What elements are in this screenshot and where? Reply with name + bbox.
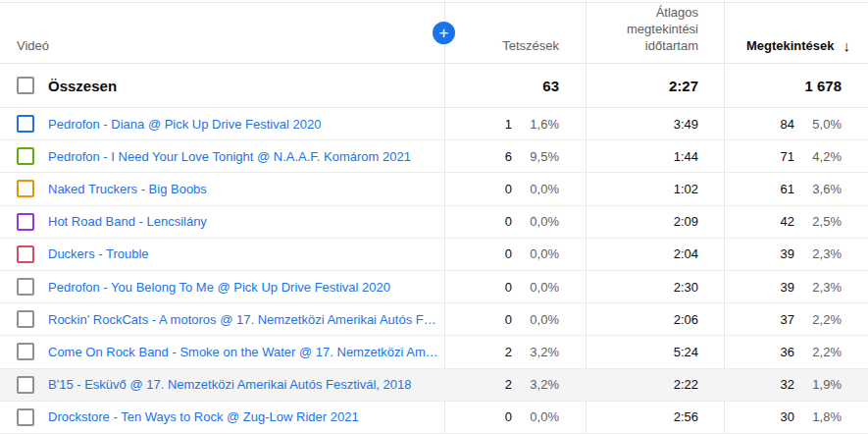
views-percent: 2,5% <box>794 214 842 229</box>
views-percent: 5,0% <box>794 117 842 132</box>
table-row: Drockstore - Ten Ways to Rock @ Zug-Low … <box>0 402 868 434</box>
table-row: Naked Truckers - Big Boobs 0 0,0% 1:02 6… <box>0 173 868 205</box>
row-checkbox[interactable] <box>17 343 34 360</box>
totals-likes-value: 63 <box>542 78 559 94</box>
likes-percent: 3,2% <box>512 377 559 392</box>
avg-duration-value: 1:02 <box>674 182 698 196</box>
avg-duration-value: 2:22 <box>674 377 698 392</box>
video-title-link[interactable]: Pedrofon - I Need Your Love Tonight @ N.… <box>48 149 411 164</box>
likes-value: 0 <box>505 214 512 229</box>
table-row: Pedrofon - I Need Your Love Tonight @ N.… <box>0 140 868 173</box>
views-value: 42 <box>781 214 794 229</box>
likes-value: 1 <box>505 117 512 132</box>
video-title-link[interactable]: Come On Rock Band - Smoke on the Water @… <box>48 345 438 359</box>
table-row: Come On Rock Band - Smoke on the Water @… <box>0 336 868 368</box>
likes-value: 0 <box>505 312 512 327</box>
video-title-link[interactable]: B'15 - Esküvő @ 17. Nemzetközi Amerikai … <box>48 377 411 392</box>
avg-duration-value: 3:49 <box>674 117 698 132</box>
column-header-avg-duration[interactable]: Átlagos megtekintési időtartam <box>586 4 724 63</box>
video-title-link[interactable]: Pedrofon - Diana @ Pick Up Drive Festiva… <box>48 117 321 132</box>
views-value: 32 <box>781 377 794 392</box>
views-value: 39 <box>781 280 794 295</box>
likes-percent: 0,0% <box>512 182 559 196</box>
avg-duration-column-label: Átlagos megtekintési időtartam <box>595 4 698 54</box>
video-rows: Pedrofon - Diana @ Pick Up Drive Festiva… <box>0 108 868 434</box>
table-row: Pedrofon - You Belong To Me @ Pick Up Dr… <box>0 271 868 303</box>
avg-duration-value: 5:24 <box>674 345 698 359</box>
likes-percent: 0,0% <box>512 312 559 327</box>
likes-value: 2 <box>505 377 512 392</box>
avg-duration-value: 2:56 <box>674 409 698 424</box>
views-value: 71 <box>781 149 794 164</box>
views-value: 30 <box>781 409 794 424</box>
column-header-likes[interactable]: Tetszések <box>444 37 586 63</box>
table-row: Pedrofon - Diana @ Pick Up Drive Festiva… <box>0 108 868 140</box>
totals-avg-duration-value: 2:27 <box>669 78 698 94</box>
video-title-link[interactable]: Drockstore - Ten Ways to Rock @ Zug-Low … <box>48 409 359 424</box>
video-title-link[interactable]: Naked Truckers - Big Boobs <box>48 182 207 196</box>
column-header-video[interactable]: Videó <box>0 37 444 63</box>
table-row: Duckers - Trouble 0 0,0% 2:04 39 2,3% <box>0 239 868 271</box>
totals-checkbox[interactable] <box>17 77 34 94</box>
likes-value: 0 <box>505 409 512 424</box>
avg-duration-value: 2:30 <box>674 280 698 295</box>
views-value: 39 <box>781 246 794 261</box>
video-title-link[interactable]: Duckers - Trouble <box>48 246 149 261</box>
table-row: Hot Road Band - Lencsilány 0 0,0% 2:09 4… <box>0 206 868 239</box>
row-checkbox[interactable] <box>17 180 34 197</box>
views-percent: 2,3% <box>794 280 842 295</box>
views-percent: 3,6% <box>794 182 842 196</box>
table-row: Rockin' RockCats - A motoros @ 17. Nemze… <box>0 303 868 336</box>
row-checkbox[interactable] <box>17 310 34 328</box>
row-checkbox[interactable] <box>17 278 34 296</box>
totals-row: Összesen 63 2:27 1 678 <box>0 64 868 108</box>
likes-percent: 1,6% <box>512 117 559 132</box>
likes-percent: 3,2% <box>512 345 559 359</box>
video-title-link[interactable]: Hot Road Band - Lencsilány <box>48 214 207 229</box>
row-checkbox[interactable] <box>17 408 34 426</box>
avg-duration-value: 2:09 <box>674 214 698 229</box>
likes-value: 0 <box>505 182 512 196</box>
views-value: 36 <box>781 345 794 359</box>
likes-value: 0 <box>505 280 512 295</box>
views-value: 61 <box>781 182 794 196</box>
analytics-table: + Videó Tetszések Átlagos megtekintési i… <box>0 0 868 434</box>
sort-descending-icon: ↓ <box>843 37 851 54</box>
row-checkbox[interactable] <box>17 213 34 231</box>
likes-percent: 0,0% <box>512 214 559 229</box>
column-header-views[interactable]: Megtekintések ↓ <box>724 37 868 63</box>
likes-percent: 0,0% <box>512 280 559 295</box>
row-checkbox[interactable] <box>17 245 34 263</box>
avg-duration-value: 1:44 <box>674 149 698 164</box>
views-value: 37 <box>781 312 794 327</box>
video-title-link[interactable]: Rockin' RockCats - A motoros @ 17. Nemze… <box>48 312 438 327</box>
likes-percent: 0,0% <box>512 409 559 424</box>
likes-percent: 0,0% <box>512 246 559 261</box>
views-percent: 1,8% <box>794 409 842 424</box>
totals-label: Összesen <box>48 78 117 94</box>
totals-views-value: 1 678 <box>804 78 842 94</box>
avg-duration-value: 2:04 <box>674 246 698 261</box>
views-value: 84 <box>781 117 794 132</box>
views-column-label: Megtekintések <box>746 37 835 54</box>
views-percent: 4,2% <box>794 149 842 164</box>
add-metric-button[interactable]: + <box>433 22 455 44</box>
table-row: B'15 - Esküvő @ 17. Nemzetközi Amerikai … <box>0 369 868 402</box>
row-checkbox[interactable] <box>17 376 34 394</box>
views-percent: 2,3% <box>794 246 842 261</box>
likes-value: 6 <box>505 149 512 164</box>
likes-value: 0 <box>505 246 512 261</box>
likes-value: 2 <box>505 345 512 359</box>
video-title-link[interactable]: Pedrofon - You Belong To Me @ Pick Up Dr… <box>48 280 390 295</box>
views-percent: 1,9% <box>794 377 842 392</box>
row-checkbox[interactable] <box>17 115 34 133</box>
avg-duration-value: 2:06 <box>674 312 698 327</box>
row-checkbox[interactable] <box>17 147 34 165</box>
likes-column-label: Tetszések <box>502 37 559 54</box>
views-percent: 2,2% <box>794 312 842 327</box>
views-percent: 2,2% <box>794 345 842 359</box>
likes-percent: 9,5% <box>512 149 559 164</box>
video-column-label: Videó <box>17 37 49 54</box>
